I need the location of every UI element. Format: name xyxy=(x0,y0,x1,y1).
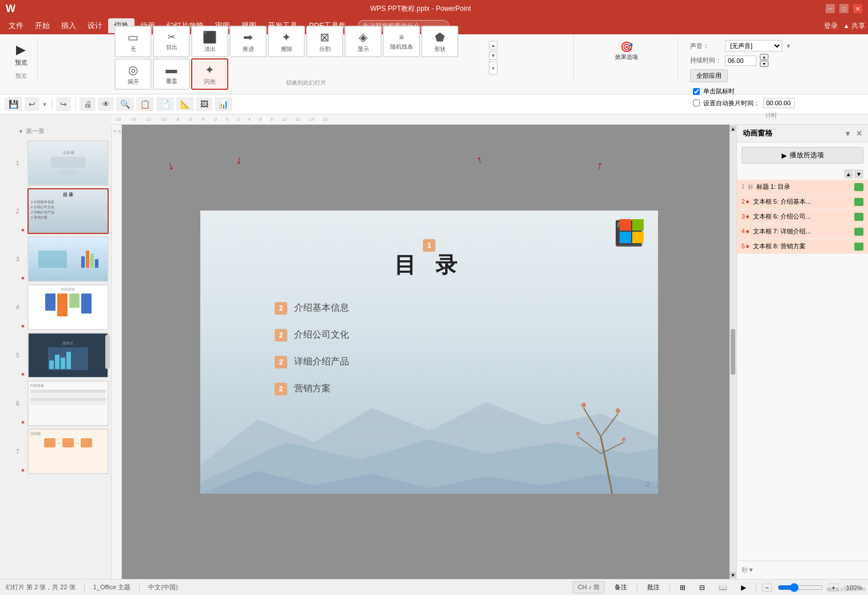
slide-item-1[interactable]: 1 山水画 xyxy=(27,140,109,186)
status-sep2 xyxy=(139,584,140,592)
trans-shape[interactable]: ⬟ 形状 xyxy=(421,26,458,57)
red-arrow-1: ↓ xyxy=(165,158,175,173)
slide-num-badge-1: 1 xyxy=(423,239,435,252)
play-icon: ▶ xyxy=(782,152,787,160)
login-link[interactable]: 登录 xyxy=(824,21,838,31)
on-click-checkbox[interactable] xyxy=(693,88,700,95)
trans-cover[interactable]: ▬ 覆盖 xyxy=(153,58,190,90)
menu-insert[interactable]: 插入 xyxy=(56,18,82,33)
trans-scroll-up[interactable]: ▲ xyxy=(489,41,498,50)
trans-fade[interactable]: ⬛ 淡出 xyxy=(191,26,228,57)
notes-button[interactable]: 备注 xyxy=(611,581,631,593)
anim-play-button[interactable]: ▶ 播放所选项 xyxy=(742,147,863,164)
zoom-slider[interactable] xyxy=(778,583,823,592)
canvas-area[interactable]: ↓ ↓ ↑ ↑ ⬛ 1 xyxy=(122,125,736,579)
redo-button[interactable]: ↪ xyxy=(56,97,71,111)
ribbon-section-effects: 🎯 效果选项 xyxy=(575,37,678,81)
preview-icon: ▶ xyxy=(16,42,26,57)
comments-button[interactable]: 批注 xyxy=(643,581,664,593)
vscroll-up[interactable]: ▲ xyxy=(730,126,736,132)
vscroll-down[interactable]: ▼ xyxy=(730,572,736,578)
trans-push[interactable]: ➡ 推进 xyxy=(229,26,267,57)
save-button[interactable]: 💾 xyxy=(5,97,22,111)
trans-reveal[interactable]: ◈ 显示 xyxy=(344,26,382,57)
quick-access-btn1[interactable]: 🖨 xyxy=(80,97,96,111)
trans-scroll-more[interactable]: ▾ xyxy=(489,61,498,75)
quick-access-btn5[interactable]: 📄 xyxy=(156,97,174,111)
apply-all-button[interactable]: 全部应用 xyxy=(690,69,728,82)
anim-item-1[interactable]: 1 标 标题 1: 目录 xyxy=(737,180,868,195)
quick-access-btn3[interactable]: 🔍 xyxy=(116,97,134,111)
anim-close-btn[interactable]: ✕ xyxy=(856,129,862,138)
statusbar: 幻灯片 第 2 张，共 22 张 1_Office 主题 中文(中国) CH ♪… xyxy=(0,579,868,595)
canvas-vscroll[interactable]: ▲ ▼ xyxy=(730,125,736,579)
trans-uncover[interactable]: ◎ 揭开 xyxy=(114,58,152,90)
trans-wipe[interactable]: ✦ 擦除 xyxy=(268,26,305,57)
trans-none[interactable]: ▭ 无 xyxy=(114,26,152,57)
auto-advance-input[interactable] xyxy=(763,98,795,108)
svg-point-6 xyxy=(616,408,620,413)
trans-split[interactable]: ⊠ 分割 xyxy=(306,26,343,57)
slide-item-3[interactable]: 3 ★ xyxy=(27,236,109,282)
ribbon-section-preview: ▶ 预览 预览 xyxy=(5,37,38,81)
red-arrow-2: ↓ xyxy=(235,153,243,166)
slide-page-num: 2 xyxy=(646,481,649,488)
animation-panel: 动画窗格 ▼ ✕ ▶ 播放所选项 ▲ ▼ 1 标 xyxy=(736,125,868,579)
menu-file[interactable]: 文件 xyxy=(3,18,29,33)
quick-access-btn6[interactable]: 📐 xyxy=(176,97,194,111)
quick-access-btn8[interactable]: 📊 xyxy=(215,97,232,111)
anim-scroll-controls: ▲ ▼ xyxy=(737,168,868,180)
auto-advance-checkbox[interactable] xyxy=(693,100,700,106)
slide-item-row-1: 2 介绍基本信息 xyxy=(275,302,349,315)
animation-panel-header: 动画窗格 ▼ ✕ xyxy=(737,125,868,142)
zoom-out-button[interactable]: − xyxy=(762,584,771,592)
quick-access-btn2[interactable]: 👁 xyxy=(98,97,114,111)
trans-scroll-down[interactable]: ▼ xyxy=(489,51,498,60)
anim-item-4[interactable]: 4★ 文本框 7: 详细介绍... xyxy=(737,224,868,239)
svg-line-3 xyxy=(578,437,601,454)
ribbon-section-transitions: ▭ 无 ✂ 切出 ⬛ 淡出 ➡ 推进 xyxy=(39,37,574,81)
trans-cut[interactable]: ✂ 切出 xyxy=(153,26,190,57)
effect-options-icon: 🎯 xyxy=(620,41,633,53)
anim-item-2[interactable]: 2★ 文本框 5: 介绍基本... xyxy=(737,195,868,209)
slidesorter-button[interactable]: ⊟ xyxy=(695,582,709,593)
reading-view-button[interactable]: 📖 xyxy=(715,582,731,593)
anim-item-5[interactable]: 5★ 文本框 8: 营销方案 xyxy=(737,239,868,254)
slide-item-5[interactable]: 5 ★ 图表页 xyxy=(27,332,109,378)
slide-panel-scrollbar[interactable] xyxy=(105,335,110,369)
effect-options-button[interactable]: 🎯 效果选项 xyxy=(611,38,642,64)
anim-timer: 秒▼ xyxy=(737,561,868,579)
svg-point-7 xyxy=(576,432,580,435)
restore-button[interactable]: □ xyxy=(839,4,849,13)
main-area: ▼ 第一章 1 山水画 2 xyxy=(0,125,868,579)
quick-access-btn7[interactable]: 🖼 xyxy=(196,97,212,111)
share-link[interactable]: ▲ 共享 xyxy=(843,21,865,31)
slide-item-4[interactable]: 4 ★ 内容页面 xyxy=(27,284,109,330)
normal-view-button[interactable]: ⊞ xyxy=(676,582,689,593)
slide-canvas[interactable]: ⬛ 1 目 录 xyxy=(200,211,658,494)
slide-item-6[interactable]: 6 ★ 内容表格 xyxy=(27,380,109,426)
anim-item-3[interactable]: 3★ 文本框 6: 介绍公司... xyxy=(737,209,868,224)
undo-button[interactable]: ↩ xyxy=(25,97,39,111)
slide-item-2[interactable]: 2 ★ 目 录 2 介绍基本信息 2 介绍公司文化 2 详细介绍产品 2 营销方… xyxy=(27,188,109,234)
ribbon: ▶ 预览 预览 ▭ 无 ✂ 切出 ⬛ xyxy=(0,34,868,94)
menu-start[interactable]: 开始 xyxy=(29,18,56,33)
app-title: WPS PPT教程.pptx - PowerPoint xyxy=(15,4,826,14)
close-button[interactable]: ✕ xyxy=(853,4,862,13)
anim-collapse-btn[interactable]: ▼ xyxy=(844,129,851,138)
minimize-button[interactable]: ─ xyxy=(826,4,835,13)
anim-scroll-up[interactable]: ▲ xyxy=(844,169,853,178)
sound-select[interactable]: [无声音] xyxy=(725,40,782,51)
slideshow-button[interactable]: ▶ xyxy=(737,582,750,593)
trans-flash[interactable]: ✦ 闪光 xyxy=(191,58,228,90)
slide-item-7[interactable]: 7 ★ 流程图 → → xyxy=(27,429,109,474)
duration-input[interactable] xyxy=(725,55,756,66)
trans-random-bars[interactable]: ≡ 随机线条 xyxy=(383,26,420,57)
ruler-horizontal: -16-14-12-10-8-6-4-20246810121416 xyxy=(112,114,868,125)
menu-design[interactable]: 设计 xyxy=(82,18,108,33)
duration-up[interactable]: ▲ xyxy=(760,54,768,60)
preview-button[interactable]: ▶ 预览 xyxy=(8,38,34,71)
duration-down[interactable]: ▼ xyxy=(760,61,768,67)
quick-access-btn4[interactable]: 📋 xyxy=(136,97,154,111)
anim-scroll-down[interactable]: ▼ xyxy=(854,169,863,178)
